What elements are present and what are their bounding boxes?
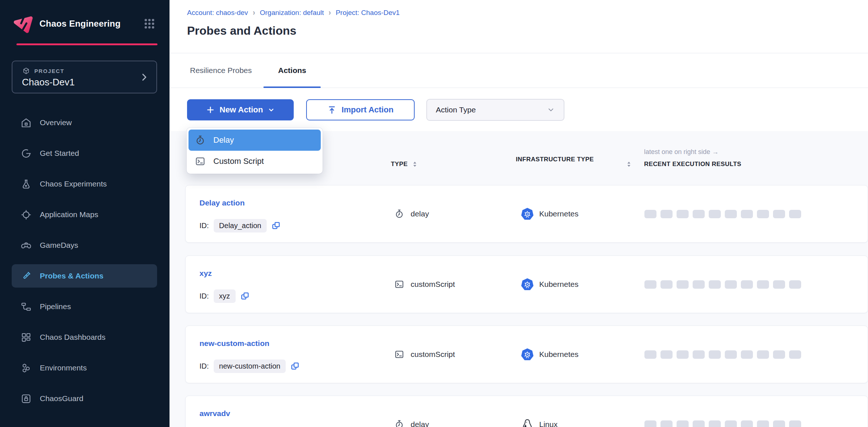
action-type-cell: delay <box>394 185 429 242</box>
id-label: ID: <box>199 222 209 230</box>
sidebar-item-chaosguard[interactable]: ChaosGuard <box>12 387 157 410</box>
copy-icon[interactable] <box>240 292 250 301</box>
execution-result-placeholder <box>789 420 801 427</box>
kubernetes-icon <box>521 348 534 361</box>
hexagons-icon <box>20 362 32 374</box>
execution-result-placeholder <box>773 350 785 359</box>
execution-result-placeholder <box>677 210 689 218</box>
breadcrumb-link-organization[interactable]: Organization: default <box>260 9 324 17</box>
infrastructure-value: Linux <box>539 420 557 427</box>
terminal-icon <box>394 279 404 289</box>
plus-icon <box>206 105 215 114</box>
stopwatch-icon <box>195 135 206 146</box>
kubernetes-icon <box>521 278 534 291</box>
tab-actions[interactable]: Actions <box>265 53 319 88</box>
breadcrumb: Account: chaos-dev›Organization: default… <box>187 9 400 17</box>
chevron-right-icon <box>139 72 149 82</box>
stopwatch-icon <box>394 419 404 427</box>
import-action-button[interactable]: Import Action <box>306 99 415 120</box>
action-name-link[interactable]: xyz <box>199 269 212 278</box>
project-selector[interactable]: PROJECT Chaos-Dev1 <box>12 61 157 93</box>
execution-result-placeholder <box>709 280 721 289</box>
execution-result-placeholder <box>660 280 673 289</box>
column-header-infrastructure-type[interactable]: INFRASTRUCTURE TYPE <box>516 154 604 165</box>
execution-result-placeholder <box>644 280 656 289</box>
home-icon <box>20 117 32 128</box>
infrastructure-cell: Kubernetes <box>521 185 578 242</box>
action-id-row: ID: new-custom-action <box>199 359 300 373</box>
action-type-cell: customScript <box>394 256 455 313</box>
execution-result-placeholder <box>660 350 673 359</box>
project-label: PROJECT <box>34 68 64 74</box>
execution-result-placeholder <box>677 420 689 427</box>
execution-result-placeholder <box>725 210 737 218</box>
action-type-filter[interactable]: Action Type <box>426 99 564 121</box>
sidebar-nav: Overview Get Started Chaos Experiments A… <box>12 111 157 418</box>
sidebar-item-gamedays[interactable]: GameDays <box>12 234 157 257</box>
recent-execution-results <box>644 256 801 313</box>
sidebar-item-get-started[interactable]: Get Started <box>12 142 157 165</box>
infrastructure-value: Kubernetes <box>539 350 578 359</box>
action-name-link[interactable]: new-custom-action <box>199 339 269 348</box>
new-action-label: New Action <box>220 105 263 115</box>
execution-result-placeholder <box>741 420 753 427</box>
action-id-row: ID: Delay_action <box>199 219 281 232</box>
lock-icon <box>20 393 32 404</box>
action-type-value: delay <box>411 209 429 218</box>
copy-icon[interactable] <box>271 221 281 230</box>
flask-icon <box>20 178 32 190</box>
sidebar-item-label: Chaos Experiments <box>40 180 107 188</box>
sidebar-item-label: GameDays <box>40 241 78 250</box>
breadcrumb-link-account[interactable]: Account: chaos-dev <box>187 9 248 17</box>
linux-icon <box>521 418 534 427</box>
results-note: latest one on right side → <box>644 148 719 156</box>
recent-execution-results <box>644 396 801 427</box>
breadcrumb-separator: › <box>329 8 331 17</box>
execution-result-placeholder <box>773 280 785 289</box>
sidebar-item-chaos-experiments[interactable]: Chaos Experiments <box>12 172 157 196</box>
sidebar-item-pipelines[interactable]: Pipelines <box>12 295 157 318</box>
sidebar-item-chaos-dashboards[interactable]: Chaos Dashboards <box>12 326 157 349</box>
menu-item-label: Custom Script <box>213 157 264 166</box>
execution-result-placeholder <box>644 210 656 218</box>
sidebar-item-probes-and-actions[interactable]: Probes & Actions <box>12 264 157 288</box>
action-name-link[interactable]: Delay action <box>199 199 245 207</box>
action-type-value: customScript <box>411 350 455 359</box>
execution-result-placeholder <box>741 350 753 359</box>
action-type-value: delay <box>411 420 429 427</box>
breadcrumb-separator: › <box>253 8 255 17</box>
sidebar-item-overview[interactable]: Overview <box>12 111 157 134</box>
execution-result-placeholder <box>660 210 673 218</box>
sidebar-item-label: Get Started <box>40 149 79 158</box>
new-action-button[interactable]: New Action <box>187 99 294 120</box>
execution-result-placeholder <box>725 350 737 359</box>
sidebar-item-environments[interactable]: Environments <box>12 356 157 380</box>
app-grid-icon[interactable] <box>143 18 156 30</box>
sidebar-item-label: Environments <box>40 363 87 372</box>
action-name-link[interactable]: awrvadv <box>199 409 230 418</box>
id-label: ID: <box>199 292 209 300</box>
sort-icon[interactable] <box>412 161 418 168</box>
action-type-filter-value: Action Type <box>436 105 476 114</box>
sidebar-item-application-maps[interactable]: Application Maps <box>12 203 157 226</box>
breadcrumb-link-project[interactable]: Project: Chaos-Dev1 <box>336 9 400 17</box>
execution-result-placeholder <box>789 210 801 218</box>
action-type-cell: customScript <box>394 326 455 383</box>
copy-icon[interactable] <box>290 362 300 371</box>
sort-icon[interactable] <box>626 161 632 168</box>
execution-result-placeholder <box>644 350 656 359</box>
import-action-label: Import Action <box>342 105 393 115</box>
menu-item-custom-script[interactable]: Custom Script <box>189 151 321 172</box>
column-header-type[interactable]: TYPE <box>391 161 418 168</box>
page-title: Probes and Actions <box>187 24 296 38</box>
infrastructure-cell: Kubernetes <box>521 326 578 383</box>
execution-result-placeholder <box>773 210 785 218</box>
chevron-down-icon <box>547 106 555 114</box>
execution-result-placeholder <box>757 280 769 289</box>
tab-resilience-probes[interactable]: Resilience Probes <box>190 53 265 88</box>
execution-result-placeholder <box>741 280 753 289</box>
menu-item-delay[interactable]: Delay <box>189 130 321 151</box>
chevron-down-icon <box>268 107 275 114</box>
infrastructure-cell: Kubernetes <box>521 256 578 313</box>
execution-result-placeholder <box>644 420 656 427</box>
